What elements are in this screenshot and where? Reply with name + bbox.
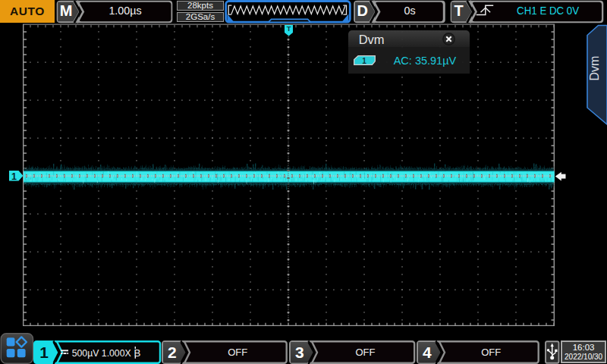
svg-text:1: 1 bbox=[39, 344, 49, 361]
svg-text:0s: 0s bbox=[404, 5, 415, 17]
svg-text:3: 3 bbox=[294, 344, 304, 361]
svg-text:1: 1 bbox=[362, 57, 366, 65]
svg-text:T: T bbox=[454, 2, 464, 19]
svg-text:Dvm: Dvm bbox=[588, 56, 601, 81]
svg-text:T: T bbox=[287, 24, 291, 33]
svg-text:CH1 E DC 0V: CH1 E DC 0V bbox=[517, 5, 579, 17]
svg-text:1: 1 bbox=[11, 171, 17, 182]
svg-text:OFF: OFF bbox=[228, 347, 247, 358]
svg-text:OFF: OFF bbox=[355, 347, 375, 358]
svg-text:OFF: OFF bbox=[481, 347, 501, 358]
svg-text:500µV 1.000X: 500µV 1.000X bbox=[72, 347, 131, 358]
svg-text:M: M bbox=[60, 2, 73, 19]
svg-text:1.00µs: 1.00µs bbox=[109, 5, 141, 17]
svg-text:2: 2 bbox=[168, 344, 177, 361]
svg-text:D: D bbox=[357, 2, 367, 19]
svg-text:4: 4 bbox=[422, 344, 431, 361]
